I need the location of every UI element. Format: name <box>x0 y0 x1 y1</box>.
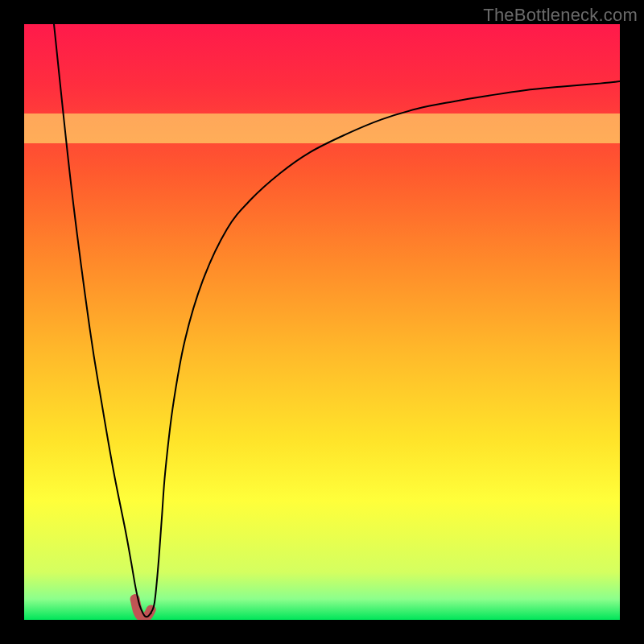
plot-area <box>24 24 620 620</box>
chart-frame: TheBottleneck.com <box>0 0 644 644</box>
watermark-text: TheBottleneck.com <box>483 5 638 26</box>
highlight-band <box>24 114 620 143</box>
